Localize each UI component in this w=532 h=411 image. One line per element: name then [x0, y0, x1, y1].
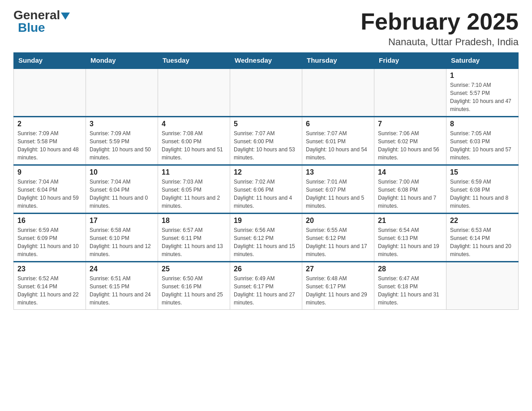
- day-info: Sunrise: 6:57 AMSunset: 6:11 PMDaylight:…: [162, 226, 226, 258]
- day-number: 25: [162, 265, 226, 273]
- day-info: Sunrise: 6:56 AMSunset: 6:12 PMDaylight:…: [234, 226, 298, 258]
- table-row: 26Sunrise: 6:49 AMSunset: 6:17 PMDayligh…: [230, 262, 302, 310]
- day-number: 15: [450, 168, 515, 176]
- table-row: 17Sunrise: 6:58 AMSunset: 6:10 PMDayligh…: [86, 214, 158, 262]
- table-row: 12Sunrise: 7:02 AMSunset: 6:06 PMDayligh…: [230, 165, 302, 214]
- logo-general-text: General: [13, 9, 60, 21]
- day-info: Sunrise: 7:07 AMSunset: 6:00 PMDaylight:…: [234, 129, 298, 162]
- day-number: 19: [234, 217, 298, 225]
- day-number: 18: [162, 217, 226, 225]
- table-row: 20Sunrise: 6:55 AMSunset: 6:12 PMDayligh…: [302, 214, 374, 262]
- header-wednesday: Wednesday: [230, 53, 302, 68]
- day-info: Sunrise: 6:48 AMSunset: 6:17 PMDaylight:…: [306, 274, 370, 307]
- header-tuesday: Tuesday: [158, 53, 230, 68]
- day-number: 16: [17, 217, 82, 225]
- table-row: 1Sunrise: 7:10 AMSunset: 5:57 PMDaylight…: [446, 68, 519, 117]
- logo-blue-text: Blue: [18, 21, 45, 34]
- day-number: 1: [450, 72, 515, 80]
- day-info: Sunrise: 7:10 AMSunset: 5:57 PMDaylight:…: [450, 81, 515, 113]
- day-number: 28: [378, 265, 442, 273]
- header-friday: Friday: [374, 53, 446, 68]
- day-info: Sunrise: 6:58 AMSunset: 6:10 PMDaylight:…: [90, 226, 154, 258]
- table-row: 21Sunrise: 6:54 AMSunset: 6:13 PMDayligh…: [374, 214, 446, 262]
- table-row: [446, 262, 519, 310]
- calendar-header-row: Sunday Monday Tuesday Wednesday Thursday…: [14, 53, 519, 68]
- calendar-week-row: 2Sunrise: 7:09 AMSunset: 5:58 PMDaylight…: [14, 117, 519, 165]
- day-number: 21: [378, 217, 442, 225]
- table-row: 16Sunrise: 6:59 AMSunset: 6:09 PMDayligh…: [14, 214, 86, 262]
- table-row: 10Sunrise: 7:04 AMSunset: 6:04 PMDayligh…: [86, 165, 158, 214]
- day-number: 22: [450, 217, 515, 225]
- table-row: 27Sunrise: 6:48 AMSunset: 6:17 PMDayligh…: [302, 262, 374, 310]
- calendar-title: February 2025: [360, 9, 519, 34]
- day-info: Sunrise: 6:50 AMSunset: 6:16 PMDaylight:…: [162, 274, 226, 307]
- day-number: 13: [306, 168, 370, 176]
- table-row: 24Sunrise: 6:51 AMSunset: 6:15 PMDayligh…: [86, 262, 158, 310]
- logo: General Blue: [13, 9, 70, 34]
- day-number: 26: [234, 265, 298, 273]
- table-row: [14, 68, 86, 117]
- day-number: 12: [234, 168, 298, 176]
- day-info: Sunrise: 7:02 AMSunset: 6:06 PMDaylight:…: [234, 178, 298, 210]
- page-header: General Blue February 2025 Nanauta, Utta…: [13, 9, 519, 48]
- table-row: [374, 68, 446, 117]
- day-number: 27: [306, 265, 370, 273]
- table-row: [158, 68, 230, 117]
- day-number: 6: [306, 120, 370, 128]
- day-info: Sunrise: 7:04 AMSunset: 6:04 PMDaylight:…: [90, 178, 154, 210]
- day-number: 4: [162, 120, 226, 128]
- day-info: Sunrise: 7:01 AMSunset: 6:07 PMDaylight:…: [306, 178, 370, 210]
- day-info: Sunrise: 7:06 AMSunset: 6:02 PMDaylight:…: [378, 129, 442, 162]
- day-info: Sunrise: 6:59 AMSunset: 6:08 PMDaylight:…: [450, 178, 515, 210]
- table-row: 5Sunrise: 7:07 AMSunset: 6:00 PMDaylight…: [230, 117, 302, 165]
- day-number: 8: [450, 120, 515, 128]
- day-info: Sunrise: 7:05 AMSunset: 6:03 PMDaylight:…: [450, 129, 515, 162]
- day-number: 3: [90, 120, 154, 128]
- table-row: [230, 68, 302, 117]
- day-info: Sunrise: 6:49 AMSunset: 6:17 PMDaylight:…: [234, 274, 298, 307]
- day-info: Sunrise: 6:51 AMSunset: 6:15 PMDaylight:…: [90, 274, 154, 307]
- table-row: 15Sunrise: 6:59 AMSunset: 6:08 PMDayligh…: [446, 165, 519, 214]
- table-row: 6Sunrise: 7:07 AMSunset: 6:01 PMDaylight…: [302, 117, 374, 165]
- day-number: 9: [17, 168, 82, 176]
- day-number: 2: [17, 120, 82, 128]
- day-info: Sunrise: 7:03 AMSunset: 6:05 PMDaylight:…: [162, 178, 226, 210]
- day-info: Sunrise: 6:53 AMSunset: 6:14 PMDaylight:…: [450, 226, 515, 258]
- day-info: Sunrise: 7:07 AMSunset: 6:01 PMDaylight:…: [306, 129, 370, 162]
- logo-triangle-icon: [61, 13, 70, 20]
- table-row: 11Sunrise: 7:03 AMSunset: 6:05 PMDayligh…: [158, 165, 230, 214]
- header-sunday: Sunday: [14, 53, 86, 68]
- header-monday: Monday: [86, 53, 158, 68]
- day-info: Sunrise: 7:04 AMSunset: 6:04 PMDaylight:…: [17, 178, 82, 210]
- table-row: 3Sunrise: 7:09 AMSunset: 5:59 PMDaylight…: [86, 117, 158, 165]
- table-row: 14Sunrise: 7:00 AMSunset: 6:08 PMDayligh…: [374, 165, 446, 214]
- table-row: 23Sunrise: 6:52 AMSunset: 6:14 PMDayligh…: [14, 262, 86, 310]
- day-info: Sunrise: 7:08 AMSunset: 6:00 PMDaylight:…: [162, 129, 226, 162]
- table-row: 18Sunrise: 6:57 AMSunset: 6:11 PMDayligh…: [158, 214, 230, 262]
- table-row: [302, 68, 374, 117]
- table-row: 25Sunrise: 6:50 AMSunset: 6:16 PMDayligh…: [158, 262, 230, 310]
- table-row: 7Sunrise: 7:06 AMSunset: 6:02 PMDaylight…: [374, 117, 446, 165]
- calendar-week-row: 16Sunrise: 6:59 AMSunset: 6:09 PMDayligh…: [14, 214, 519, 262]
- day-info: Sunrise: 6:55 AMSunset: 6:12 PMDaylight:…: [306, 226, 370, 258]
- header-thursday: Thursday: [302, 53, 374, 68]
- table-row: 8Sunrise: 7:05 AMSunset: 6:03 PMDaylight…: [446, 117, 519, 165]
- title-block: February 2025 Nanauta, Uttar Pradesh, In…: [360, 9, 519, 48]
- day-info: Sunrise: 6:54 AMSunset: 6:13 PMDaylight:…: [378, 226, 442, 258]
- table-row: [86, 68, 158, 117]
- calendar-subtitle: Nanauta, Uttar Pradesh, India: [360, 36, 519, 48]
- day-info: Sunrise: 6:52 AMSunset: 6:14 PMDaylight:…: [17, 274, 82, 307]
- calendar-week-row: 23Sunrise: 6:52 AMSunset: 6:14 PMDayligh…: [14, 262, 519, 310]
- day-info: Sunrise: 6:47 AMSunset: 6:18 PMDaylight:…: [378, 274, 442, 307]
- day-number: 11: [162, 168, 226, 176]
- day-number: 5: [234, 120, 298, 128]
- day-number: 24: [90, 265, 154, 273]
- table-row: 2Sunrise: 7:09 AMSunset: 5:58 PMDaylight…: [14, 117, 86, 165]
- day-info: Sunrise: 7:09 AMSunset: 5:58 PMDaylight:…: [17, 129, 82, 162]
- table-row: 28Sunrise: 6:47 AMSunset: 6:18 PMDayligh…: [374, 262, 446, 310]
- table-row: 4Sunrise: 7:08 AMSunset: 6:00 PMDaylight…: [158, 117, 230, 165]
- calendar-week-row: 1Sunrise: 7:10 AMSunset: 5:57 PMDaylight…: [14, 68, 519, 117]
- day-number: 23: [17, 265, 82, 273]
- table-row: 19Sunrise: 6:56 AMSunset: 6:12 PMDayligh…: [230, 214, 302, 262]
- header-saturday: Saturday: [446, 53, 519, 68]
